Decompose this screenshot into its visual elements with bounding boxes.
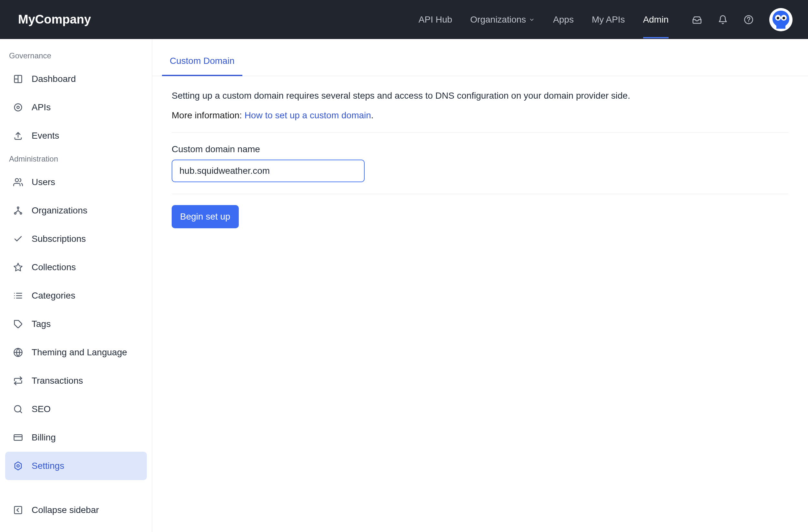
sidebar-item-label: Collapse sidebar: [32, 505, 99, 515]
sidebar-item-apis[interactable]: APIs: [5, 93, 147, 121]
globe-icon: [13, 347, 23, 358]
nav-my-apis[interactable]: My APIs: [592, 15, 625, 25]
settings-icon: [13, 461, 23, 471]
sidebar-item-theming[interactable]: Theming and Language: [5, 338, 147, 366]
orgtree-icon: [13, 205, 23, 216]
star-icon: [13, 262, 23, 272]
svg-point-5: [777, 17, 779, 19]
help-icon[interactable]: [743, 15, 754, 25]
tab-custom-domain[interactable]: Custom Domain: [170, 47, 235, 76]
svg-point-32: [17, 464, 19, 467]
top-nav: API Hub Organizations Apps My APIs Admin: [419, 15, 668, 25]
sidebar-item-seo[interactable]: SEO: [5, 395, 147, 423]
nav-admin[interactable]: Admin: [643, 15, 668, 25]
sidebar-item-subscriptions[interactable]: Subscriptions: [5, 225, 147, 253]
sidebar-item-tags[interactable]: Tags: [5, 310, 147, 338]
nav-organizations-label: Organizations: [470, 15, 526, 25]
chevron-down-icon: [529, 16, 535, 23]
sidebar-item-collections[interactable]: Collections: [5, 253, 147, 282]
sidebar-item-label: Events: [32, 131, 59, 141]
sidebar-item-label: Organizations: [32, 205, 88, 216]
svg-marker-17: [14, 263, 22, 271]
sidebar-item-label: SEO: [32, 404, 51, 414]
sidebar-collapse[interactable]: Collapse sidebar: [5, 496, 147, 524]
custom-domain-input[interactable]: [172, 159, 365, 182]
sidebar-item-billing[interactable]: Billing: [5, 423, 147, 452]
sidebar-item-dashboard[interactable]: Dashboard: [5, 65, 147, 93]
top-icon-group: [692, 8, 792, 31]
svg-point-10: [17, 106, 19, 109]
svg-point-6: [783, 17, 785, 19]
inbox-icon[interactable]: [692, 15, 702, 25]
sidebar-item-label: Dashboard: [32, 74, 76, 84]
sidebar-item-settings[interactable]: Settings: [5, 452, 147, 480]
dashboard-icon: [13, 74, 23, 84]
more-info-link[interactable]: How to set up a custom domain: [244, 110, 371, 120]
sidebar-item-label: Transactions: [32, 376, 83, 386]
top-header: MyCompany API Hub Organizations Apps My …: [0, 0, 808, 39]
svg-point-13: [15, 178, 18, 182]
sidebar-item-label: Tags: [32, 319, 51, 329]
domain-field-label: Custom domain name: [172, 144, 789, 154]
sidebar: Governance Dashboard APIs Events Adminis…: [0, 39, 152, 532]
users-icon: [13, 177, 23, 187]
brand-logo[interactable]: MyCompany: [18, 13, 91, 26]
sidebar-item-organizations[interactable]: Organizations: [5, 196, 147, 225]
intro-text: Setting up a custom domain requires seve…: [172, 89, 789, 110]
nav-apps[interactable]: Apps: [553, 15, 574, 25]
sidebar-section-administration: Administration: [5, 150, 147, 168]
svg-rect-33: [15, 507, 22, 514]
sidebar-item-label: Categories: [32, 290, 75, 301]
sidebar-section-governance: Governance: [5, 47, 147, 65]
sidebar-item-events[interactable]: Events: [5, 121, 147, 150]
avatar[interactable]: [769, 8, 792, 31]
svg-point-11: [15, 104, 22, 111]
svg-line-28: [20, 411, 22, 413]
sidebar-item-label: Settings: [32, 461, 64, 471]
api-icon: [13, 102, 23, 113]
search-icon: [13, 404, 23, 414]
nav-api-hub[interactable]: API Hub: [419, 15, 452, 25]
more-info-text: More information: How to set up a custom…: [172, 110, 789, 133]
list-icon: [13, 290, 23, 301]
sidebar-item-users[interactable]: Users: [5, 168, 147, 196]
more-info-suffix: .: [371, 110, 374, 120]
sidebar-item-label: APIs: [32, 102, 51, 113]
sidebar-item-categories[interactable]: Categories: [5, 282, 147, 310]
collapse-icon: [13, 505, 23, 515]
credit-card-icon: [13, 432, 23, 443]
tab-bar: Custom Domain: [152, 47, 808, 76]
check-icon: [13, 234, 23, 244]
svg-rect-29: [14, 435, 22, 440]
sidebar-item-transactions[interactable]: Transactions: [5, 366, 147, 395]
nav-organizations[interactable]: Organizations: [470, 15, 535, 25]
main-content: Custom Domain Setting up a custom domain…: [152, 39, 808, 532]
tag-icon: [13, 319, 23, 329]
sidebar-item-label: Billing: [32, 432, 56, 443]
bell-icon[interactable]: [718, 15, 728, 25]
upload-icon: [13, 131, 23, 141]
sidebar-item-label: Collections: [32, 262, 76, 272]
more-info-prefix: More information:: [172, 110, 244, 120]
sidebar-item-label: Users: [32, 177, 55, 187]
begin-setup-button[interactable]: Begin set up: [172, 205, 239, 228]
sync-icon: [13, 376, 23, 386]
svg-marker-31: [15, 462, 21, 470]
sidebar-item-label: Theming and Language: [32, 347, 127, 358]
sidebar-item-label: Subscriptions: [32, 234, 86, 244]
